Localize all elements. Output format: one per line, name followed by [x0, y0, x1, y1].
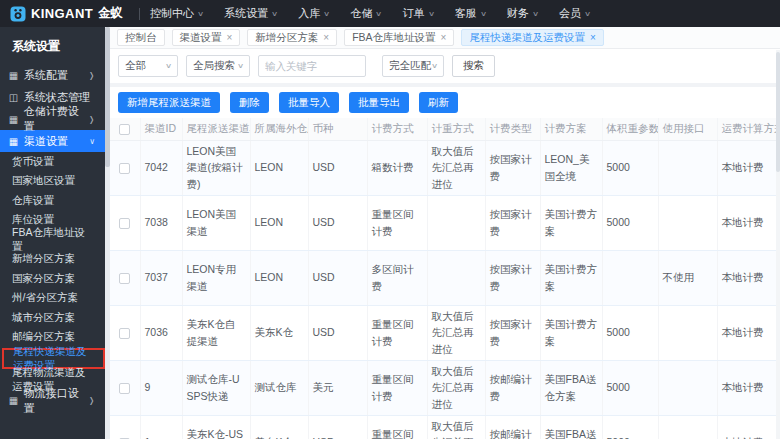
top-menu-item[interactable]: 订单 ∨ [403, 6, 434, 21]
scope-select[interactable]: 全部 ∨ [118, 55, 178, 77]
match-mode-select-value: 完全匹配 [389, 59, 431, 73]
row-checkbox[interactable] [119, 163, 130, 174]
row-checkbox[interactable] [119, 218, 130, 229]
main-scrollbar[interactable] [776, 50, 780, 439]
tab[interactable]: FBA仓库地址设置 × [344, 29, 454, 46]
cell-currency: USD [308, 305, 367, 360]
chevron-down-icon: ∨ [237, 62, 244, 70]
column-header: 计重方式 [427, 118, 485, 140]
select-all-cell [110, 118, 140, 140]
toolbar-button[interactable]: 批量导出 [349, 92, 409, 113]
table-body: 7042 LEON美国渠道(按箱计费) LEON USD 箱数计费 取大值后先汇… [110, 140, 780, 439]
top-menu-item[interactable]: 仓储 ∨ [350, 6, 381, 21]
top-menu-item[interactable]: 系统设置 ∨ [224, 6, 277, 21]
top-menu-item[interactable]: 财务 ∨ [507, 6, 538, 21]
sidebar-item[interactable]: ▦ 仓储计费设置 ❭ [0, 108, 105, 130]
cell-volume-param: 5000 [602, 415, 658, 439]
cell-channel-name: 美东K仓自提渠道 [182, 305, 250, 360]
sidebar-item-label: 新增分区方案 [12, 252, 75, 266]
top-menu-item-label: 会员 [559, 6, 581, 21]
cell-use-interface [658, 360, 717, 415]
monitor-icon: ◫ [7, 92, 20, 103]
top-menu-item[interactable]: 会员 ∨ [559, 6, 590, 21]
tab-label: 渠道设置 [180, 31, 222, 45]
chevron-icon: ❭ [88, 71, 95, 80]
top-menu-item[interactable]: 控制中心 ∨ [150, 6, 203, 21]
column-header: 币种 [308, 118, 367, 140]
sidebar-item[interactable]: ▦ 渠道设置 ∨ [0, 130, 110, 152]
cell-use-interface [658, 305, 717, 360]
cell-freight-calc: 本地计费 [717, 195, 780, 250]
cell-billing-plan: 美国FBA送仓方案 [540, 415, 602, 439]
chevron-down-icon: ∨ [428, 10, 435, 18]
cell-channel-name: LEON美国渠道(按箱计费) [182, 140, 250, 195]
search-field-select[interactable]: 全局搜索 ∨ [186, 55, 250, 77]
toolbar-button[interactable]: 新增尾程派送渠道 [118, 92, 220, 113]
cell-warehouse: LEON [250, 140, 308, 195]
close-icon[interactable]: × [323, 33, 329, 43]
search-button[interactable]: 搜索 [452, 55, 495, 77]
cell-warehouse: 美东K仓 [250, 305, 308, 360]
cell-billing-method: 重量区间计费 [367, 195, 427, 250]
column-header: 运费计算方式 [717, 118, 780, 140]
cell-currency: 美元 [308, 360, 367, 415]
match-mode-select[interactable]: 完全匹配 ∨ [382, 55, 444, 77]
sidebar-title: 系统设置 [0, 27, 110, 64]
cell-billing-plan: LEON_美国全境 [540, 140, 602, 195]
sidebar-item[interactable]: 国家地区设置 [0, 172, 105, 192]
cell-channel-name: LEON美国渠道 [182, 195, 250, 250]
close-icon[interactable]: × [227, 33, 233, 43]
cell-weight-method [427, 195, 485, 250]
cell-freight-calc: 本地计费 [717, 250, 780, 305]
tab-label: FBA仓库地址设置 [352, 31, 435, 45]
sidebar-item[interactable]: 州/省分区方案 [0, 289, 105, 309]
row-checkbox[interactable] [119, 383, 130, 394]
main-scrollbar-thumb[interactable] [776, 52, 780, 172]
toolbar-button[interactable]: 刷新 [419, 92, 458, 113]
cell-warehouse: 测试仓库 [250, 360, 308, 415]
cell-billing-type: 按邮编计费 [485, 360, 540, 415]
sidebar-item-label: 邮编分区方案 [12, 330, 75, 344]
chevron-down-icon: ∨ [584, 10, 591, 18]
row-checkbox[interactable] [119, 273, 130, 284]
grid-icon: ▦ [7, 395, 20, 406]
cell-use-interface [658, 415, 717, 439]
top-menu-item[interactable]: 入库 ∨ [298, 6, 329, 21]
toolbar-button[interactable]: 删除 [230, 92, 269, 113]
sidebar-item[interactable]: 城市分区方案 [0, 308, 105, 328]
tab[interactable]: 渠道设置 × [172, 29, 241, 46]
main-content: 控制台 × 渠道设置 × 新增分区方案 × FBA仓库地址设置 × [110, 27, 780, 439]
chevron-down-icon: ∨ [375, 10, 382, 18]
topbar: KINGANT 金蚁 控制中心 ∨ 系统设置 ∨ 入库 ∨ [0, 0, 780, 27]
top-menu-item-label: 入库 [298, 6, 320, 21]
brand-logo[interactable]: KINGANT 金蚁 [0, 5, 129, 22]
sidebar-item[interactable]: ▦ 系统配置 ❭ [0, 64, 105, 86]
tab[interactable]: 新增分区方案 × [247, 29, 337, 46]
toolbar-button[interactable]: 批量导入 [279, 92, 339, 113]
close-icon[interactable]: × [441, 33, 447, 43]
table-row: 1 美东K仓-USPS快递 美东K仓 USD 重量区间计费 取大值后先汇总再进位… [110, 415, 780, 439]
sidebar-item[interactable]: 货币设置 [0, 152, 105, 172]
cell-billing-plan: 美国计费方案 [540, 305, 602, 360]
top-menu-item[interactable]: 客服 ∨ [455, 6, 486, 21]
row-select-cell [110, 415, 140, 439]
chevron-down-icon: ∨ [532, 10, 539, 18]
cell-use-interface: 不使用 [658, 250, 717, 305]
close-icon[interactable]: × [590, 33, 596, 43]
cell-channel-name: 测试仓库-USPS快递 [182, 360, 250, 415]
tab-label: 新增分区方案 [255, 31, 318, 45]
select-all-checkbox[interactable] [119, 124, 130, 135]
chevron-down-icon: ∨ [197, 10, 204, 18]
chevron-down-icon: ∨ [271, 10, 278, 18]
cell-weight-method: 取大值后先汇总再进位 [427, 360, 485, 415]
sidebar-item[interactable]: 国家分区方案 [0, 269, 105, 289]
cell-weight-method: 取大值后先汇总再进位 [427, 305, 485, 360]
tab[interactable]: 尾程快递渠道及运费设置 × [461, 29, 603, 46]
row-checkbox[interactable] [119, 328, 130, 339]
cell-freight-calc: 本地计费 [717, 415, 780, 439]
keyword-input[interactable] [258, 55, 366, 77]
sidebar-item[interactable]: FBA仓库地址设置 [0, 230, 105, 250]
tab[interactable]: 控制台 × [117, 29, 165, 46]
cell-billing-type: 按国家计费 [485, 305, 540, 360]
sidebar-item[interactable]: 仓库设置 [0, 191, 105, 211]
